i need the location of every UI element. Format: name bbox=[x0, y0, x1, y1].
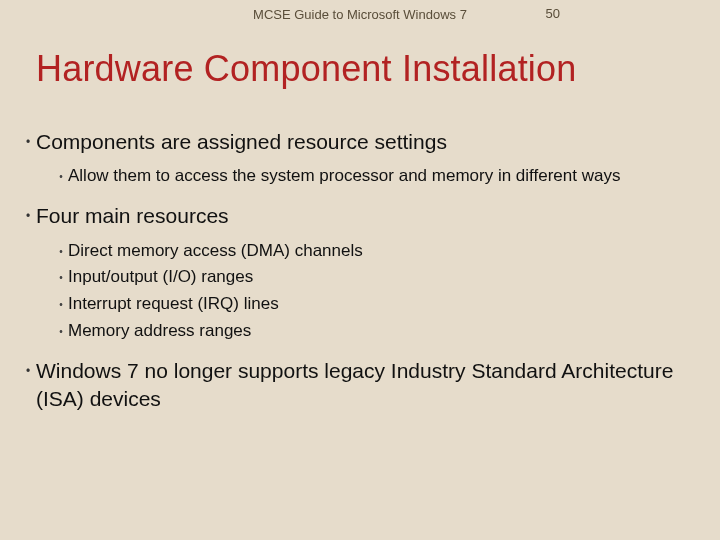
bullet-icon: • bbox=[20, 357, 36, 378]
bullet-level2: • Allow them to access the system proces… bbox=[54, 165, 690, 188]
bullet-level1: • Components are assigned resource setti… bbox=[20, 128, 690, 155]
book-title: MCSE Guide to Microsoft Windows 7 bbox=[253, 7, 467, 22]
bullet-level2: • Input/output (I/O) ranges bbox=[54, 266, 690, 289]
bullet-icon: • bbox=[20, 128, 36, 149]
content-area: • Components are assigned resource setti… bbox=[20, 128, 690, 422]
bullet-text: Input/output (I/O) ranges bbox=[68, 266, 253, 289]
bullet-text: Components are assigned resource setting… bbox=[36, 128, 447, 155]
bullet-icon: • bbox=[54, 240, 68, 257]
bullet-level2: • Direct memory access (DMA) channels bbox=[54, 240, 690, 263]
bullet-level2: • Memory address ranges bbox=[54, 320, 690, 343]
slide: MCSE Guide to Microsoft Windows 7 50 Har… bbox=[0, 0, 720, 540]
bullet-text: Interrupt request (IRQ) lines bbox=[68, 293, 279, 316]
bullet-text: Windows 7 no longer supports legacy Indu… bbox=[36, 357, 690, 412]
bullet-text: Memory address ranges bbox=[68, 320, 251, 343]
page-number: 50 bbox=[546, 6, 560, 21]
bullet-level1: • Four main resources bbox=[20, 202, 690, 229]
bullet-level2: • Interrupt request (IRQ) lines bbox=[54, 293, 690, 316]
bullet-text: Direct memory access (DMA) channels bbox=[68, 240, 363, 263]
bullet-icon: • bbox=[54, 293, 68, 310]
bullet-text: Four main resources bbox=[36, 202, 229, 229]
bullet-icon: • bbox=[54, 320, 68, 337]
sublist: • Direct memory access (DMA) channels • … bbox=[54, 240, 690, 344]
header-bar: MCSE Guide to Microsoft Windows 7 50 bbox=[0, 0, 720, 28]
bullet-icon: • bbox=[20, 202, 36, 223]
bullet-icon: • bbox=[54, 165, 68, 182]
sublist: • Allow them to access the system proces… bbox=[54, 165, 690, 188]
slide-title: Hardware Component Installation bbox=[36, 48, 577, 90]
bullet-icon: • bbox=[54, 266, 68, 283]
bullet-text: Allow them to access the system processo… bbox=[68, 165, 620, 188]
bullet-level1: • Windows 7 no longer supports legacy In… bbox=[20, 357, 690, 412]
